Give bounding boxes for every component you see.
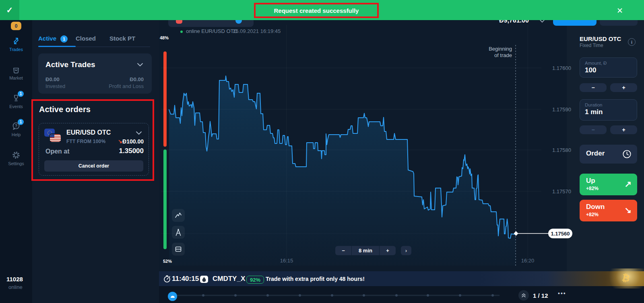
chart-pair-status: online EUR/USD OTC xyxy=(186,28,237,34)
more-menu-button[interactable]: ••• xyxy=(558,290,566,297)
timeframe-zoom-out-button[interactable]: − xyxy=(335,246,351,255)
trades-arrows-icon xyxy=(11,36,21,46)
sentiment-bar-buy xyxy=(163,149,167,249)
sidebar-item-market[interactable]: Market xyxy=(0,65,32,80)
order-button-label: Order xyxy=(586,149,605,158)
profit-loss-label: Profit and Loss xyxy=(95,83,144,89)
down-payout: +82% xyxy=(586,212,599,217)
settings-gear-icon xyxy=(11,150,21,160)
price-tick-label: 1.17600 xyxy=(552,65,571,71)
clock-icon xyxy=(622,149,632,159)
amount-decrease-button[interactable]: − xyxy=(580,83,607,92)
down-button[interactable]: Down +82% ↘ xyxy=(580,200,637,221)
success-check-icon: ✓ xyxy=(0,0,19,20)
tab-underline-active xyxy=(38,46,76,47)
tab-closed[interactable]: Closed xyxy=(76,35,96,42)
mask-icon xyxy=(170,295,175,299)
price-tick-label: 1.17570 xyxy=(552,188,571,194)
sidebar-item-label: Trades xyxy=(0,47,32,52)
stories-current-icon[interactable] xyxy=(168,292,177,301)
compass-icon xyxy=(174,228,183,237)
panel-pair-title: EUR/USD OTC xyxy=(580,35,621,42)
help-count-badge: 1 xyxy=(18,119,24,125)
promo-countdown: 11:40:15 xyxy=(172,275,199,283)
active-trades-title: Active Trades xyxy=(45,60,95,69)
trading-app: ₿ 0 Trades Market Events 1 xyxy=(0,0,644,303)
tab-active[interactable]: Active xyxy=(38,35,56,42)
duration-decrease-button[interactable]: − xyxy=(580,125,607,134)
timeframe-zoom-in-button[interactable]: + xyxy=(380,246,396,255)
promo-asset-name[interactable]: CMDTY_X xyxy=(213,275,245,283)
layout-rows-icon xyxy=(174,245,183,254)
up-button-label: Up xyxy=(586,177,595,185)
line-chart-icon xyxy=(174,211,183,220)
arrow-up-right-icon: ↗ xyxy=(624,179,632,189)
tab-stock-pt[interactable]: Stock PT xyxy=(109,35,135,42)
order-button[interactable]: Order xyxy=(580,145,637,164)
duration-label: Duration xyxy=(585,102,637,107)
up-button[interactable]: Up +82% ↗ xyxy=(580,174,637,195)
promo-payout-badge: 92% xyxy=(246,276,264,284)
timeframe-value[interactable]: 8 min xyxy=(352,246,379,255)
time-tick-label: 16:15 xyxy=(280,258,293,264)
promo-message: Trade with extra profit only 48 hours! xyxy=(266,276,365,282)
banner-close-icon[interactable]: ✕ xyxy=(614,5,625,16)
current-price-badge: 1.17560 xyxy=(548,229,572,238)
info-icon[interactable]: i xyxy=(628,38,636,46)
market-bag-icon xyxy=(11,65,21,74)
scroll-to-now-button[interactable]: › xyxy=(401,246,411,255)
panel-mode-label: Fixed Time xyxy=(580,43,603,48)
sidebar-item-label: Market xyxy=(0,76,32,80)
online-users-label: online xyxy=(8,284,23,290)
drawing-tools-button[interactable] xyxy=(172,226,185,239)
down-button-label: Down xyxy=(586,203,605,211)
sidebar-item-events[interactable]: Events 1 xyxy=(0,93,32,109)
chevron-down-icon[interactable] xyxy=(137,63,143,67)
invested-label: Invested xyxy=(45,83,65,89)
amount-value: 100 xyxy=(585,66,637,74)
sentiment-up-percent: 48% xyxy=(160,35,169,40)
stopwatch-icon xyxy=(163,275,171,283)
sidebar-item-label: Help xyxy=(0,132,32,137)
stories-page-indicator: 1 / 12 xyxy=(533,292,548,299)
sidebar-item-label: Settings xyxy=(0,161,32,166)
online-users-count: 11028 xyxy=(6,276,23,283)
sidebar-item-trades[interactable]: Trades xyxy=(0,36,32,52)
amount-label: Amount, Đ xyxy=(585,61,637,66)
sidebar-item-settings[interactable]: Settings xyxy=(0,150,32,166)
double-chevron-up-icon xyxy=(521,293,526,298)
duration-value: 1 min xyxy=(585,108,637,116)
profit-loss-value: Đ0.00 xyxy=(95,76,144,82)
duration-field[interactable]: Duration 1 min xyxy=(580,99,637,121)
sentiment-down-percent: 52% xyxy=(163,259,172,264)
oil-drop-icon xyxy=(202,276,206,282)
sidebar-item-label: Events xyxy=(0,104,32,109)
sidebar-item-help[interactable]: ? Help 1 xyxy=(0,121,32,137)
bottom-nav-bar xyxy=(159,286,644,303)
amount-increase-button[interactable]: + xyxy=(610,83,637,92)
chart-datetime: 26.09.2021 16:19:45 xyxy=(233,28,281,34)
price-tick-label: 1.17580 xyxy=(552,147,571,153)
svg-text:?: ? xyxy=(15,124,17,128)
up-payout: +82% xyxy=(586,186,599,191)
active-orders-highlight-box xyxy=(31,99,154,181)
commodity-icon xyxy=(200,276,208,283)
layout-button[interactable] xyxy=(172,243,185,256)
collapse-stories-button[interactable] xyxy=(518,290,529,301)
chart-type-button[interactable] xyxy=(172,209,185,222)
online-status-dot xyxy=(180,31,183,33)
beginning-of-trade-label: Beginning of trade xyxy=(463,46,512,59)
duration-increase-button[interactable]: + xyxy=(610,125,637,134)
price-tick-label: 1.17590 xyxy=(552,106,571,113)
amount-field[interactable]: Amount, Đ 100 xyxy=(580,57,637,78)
active-tab-count-badge: 1 xyxy=(60,35,68,43)
arrow-down-right-icon: ↘ xyxy=(624,205,632,215)
sentiment-bar-sell xyxy=(163,51,167,147)
notification-badge[interactable]: 0 xyxy=(11,22,21,30)
events-count-badge: 1 xyxy=(18,91,24,97)
banner-message-highlight-box: Request created successfully xyxy=(254,3,379,18)
time-tick-label: 16:20 xyxy=(521,258,535,264)
invested-value: Đ0.00 xyxy=(45,76,60,82)
